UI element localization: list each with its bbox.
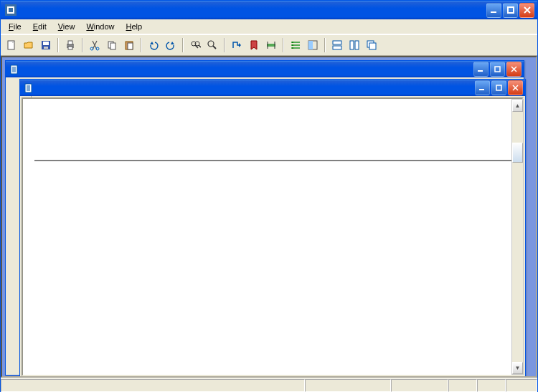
close-button[interactable] [519,3,534,18]
svg-point-27 [292,47,293,49]
find-button[interactable] [187,37,203,53]
child-close-button[interactable] [508,80,523,95]
goto-button[interactable] [229,37,245,53]
status-value [391,379,448,392]
document-icon [9,64,19,75]
toolbar-separator [182,38,184,52]
undo-button[interactable] [146,37,161,53]
svg-rect-17 [128,43,133,49]
toolbar-separator [57,38,59,52]
child-maximize-button[interactable] [491,80,506,95]
svg-rect-32 [350,41,354,49]
svg-rect-2 [9,8,13,12]
svg-rect-21 [267,44,275,47]
svg-rect-35 [369,43,376,49]
vertical-scrollbar[interactable]: ▲ ▼ [511,99,524,375]
status-address [305,379,391,392]
toolbar [1,34,537,56]
child-minimize-button[interactable] [475,80,490,95]
options-button[interactable] [288,37,303,53]
svg-rect-15 [110,43,115,49]
toolbar-separator [82,38,83,52]
main-window: File Edit View Window Help [0,0,538,392]
tile-h-button[interactable] [329,37,345,53]
redo-button[interactable] [163,37,179,53]
scroll-thumb[interactable] [512,143,523,163]
toolbar-separator [141,38,142,52]
svg-rect-31 [333,46,341,49]
menu-help[interactable]: Help [121,21,148,32]
toolbar-separator [324,38,326,52]
status-message [1,379,305,392]
minimize-button[interactable] [486,3,501,18]
svg-rect-40 [479,89,484,90]
svg-rect-30 [333,41,341,44]
svg-rect-33 [355,41,359,49]
save-button[interactable] [38,37,54,53]
statusbar [1,378,537,392]
svg-rect-11 [68,47,72,49]
cascade-button[interactable] [364,37,379,53]
new-button[interactable] [4,37,19,53]
hex-editor[interactable] [22,97,524,376]
svg-rect-39 [25,84,32,92]
child-titlebar-cygnus[interactable] [20,80,525,96]
svg-rect-29 [308,41,313,49]
scroll-down-button[interactable]: ▼ [512,362,523,374]
child-titlebar-winword[interactable] [6,61,524,77]
child-close-button[interactable] [506,62,522,77]
tile-v-button[interactable] [346,37,362,53]
menu-window[interactable]: Window [81,21,119,32]
svg-rect-38 [495,67,500,72]
status-mod [506,379,537,392]
svg-rect-41 [496,85,501,90]
svg-rect-8 [44,47,48,49]
svg-point-20 [208,41,214,47]
app-icon [5,4,16,16]
svg-rect-36 [11,65,17,74]
open-button[interactable] [21,37,37,53]
status-hex [448,379,477,392]
toolbar-separator [283,38,284,52]
jump-button[interactable] [263,37,279,53]
svg-rect-3 [491,11,496,13]
maximize-button[interactable] [503,3,518,18]
menu-view[interactable]: View [53,21,80,32]
svg-rect-4 [508,7,514,13]
svg-point-25 [292,42,293,43]
mdi-client-area: ▲ ▼ [1,56,537,378]
child-maximize-button[interactable] [490,62,505,77]
toggle-button[interactable] [305,37,321,53]
cut-button[interactable] [87,37,103,53]
main-titlebar[interactable] [1,1,537,19]
svg-point-26 [292,44,293,46]
document-icon [24,83,34,93]
copy-button[interactable] [104,37,120,53]
child-window-cygnus: ▲ ▼ [19,79,526,378]
status-ovr [477,379,506,392]
pane-divider[interactable] [34,160,522,162]
print-button[interactable] [62,37,78,53]
svg-rect-37 [478,70,483,72]
menu-file[interactable]: File [4,21,27,32]
find-next-button[interactable] [204,37,220,53]
bookmark-button[interactable] [246,37,262,53]
toolbar-separator [224,38,225,52]
menu-edit[interactable]: Edit [28,21,52,32]
svg-rect-7 [43,42,49,45]
menubar: File Edit View Window Help [1,19,537,34]
child-minimize-button[interactable] [473,62,489,77]
paste-button[interactable] [121,37,137,53]
scroll-up-button[interactable]: ▲ [512,100,523,112]
svg-rect-10 [68,41,72,44]
